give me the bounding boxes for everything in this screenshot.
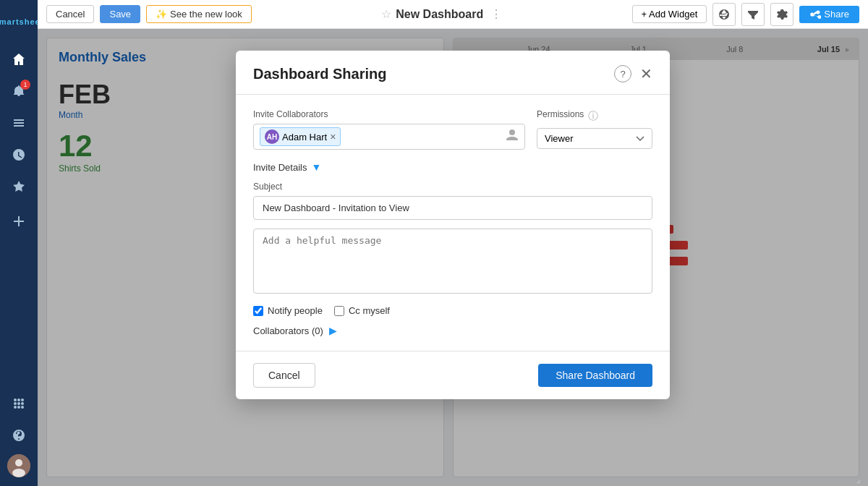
sidebar-item-apps[interactable] bbox=[6, 391, 32, 417]
svg-point-5 bbox=[14, 402, 17, 405]
modal-title: Dashboard Sharing bbox=[253, 66, 386, 82]
new-look-button[interactable]: ✨ See the new look bbox=[146, 5, 252, 23]
svg-point-9 bbox=[17, 406, 20, 409]
notify-people-label: Notify people bbox=[268, 305, 323, 316]
collaborators-expand-icon: ▶ bbox=[329, 325, 337, 336]
modal-footer: Cancel Share Dashboard bbox=[236, 351, 670, 399]
collaborators-count: Collaborators (0) bbox=[253, 325, 323, 336]
message-textarea[interactable] bbox=[253, 229, 652, 294]
save-button[interactable]: Save bbox=[100, 5, 140, 23]
app-logo: ss smartsheet bbox=[6, 9, 32, 35]
collaborator-tag: AH Adam Hart × bbox=[260, 127, 341, 146]
modal-cancel-button[interactable]: Cancel bbox=[253, 363, 315, 388]
cc-myself-checkbox[interactable]: Cc myself bbox=[334, 305, 390, 316]
sharing-modal: Dashboard Sharing ? ✕ Invite Collaborato… bbox=[236, 51, 670, 399]
svg-point-12 bbox=[15, 459, 22, 466]
chevron-down-icon: ▼ bbox=[311, 161, 321, 173]
svg-point-8 bbox=[14, 406, 17, 409]
sidebar-item-help[interactable] bbox=[6, 422, 32, 448]
permissions-label: Permissions bbox=[537, 109, 584, 119]
collaborator-name: Adam Hart bbox=[282, 132, 327, 142]
remove-collaborator-button[interactable]: × bbox=[330, 132, 336, 142]
add-person-icon[interactable] bbox=[506, 129, 519, 145]
notify-people-checkbox[interactable]: Notify people bbox=[253, 305, 323, 316]
invite-details-label: Invite Details bbox=[253, 162, 307, 173]
add-widget-button[interactable]: + Add Widget bbox=[632, 5, 707, 23]
sidebar-item-add[interactable] bbox=[6, 208, 32, 234]
main-content: Cancel Save ✨ See the new look ☆ New Das… bbox=[38, 0, 868, 486]
close-button[interactable]: ✕ bbox=[640, 65, 652, 82]
svg-point-6 bbox=[17, 402, 20, 405]
subject-label: Subject bbox=[253, 182, 652, 192]
sidebar-item-browse[interactable] bbox=[6, 110, 32, 136]
sidebar-item-notifications[interactable]: 1 bbox=[6, 78, 32, 104]
more-icon[interactable]: ⋮ bbox=[490, 7, 502, 21]
help-button[interactable]: ? bbox=[614, 65, 631, 82]
sidebar-item-recents[interactable] bbox=[6, 142, 32, 168]
svg-point-4 bbox=[21, 398, 24, 401]
permissions-info-icon[interactable]: ⓘ bbox=[588, 110, 598, 123]
invite-label: Invite Collaborators bbox=[253, 109, 525, 119]
cc-myself-label: Cc myself bbox=[349, 305, 390, 316]
topbar: Cancel Save ✨ See the new look ☆ New Das… bbox=[38, 0, 868, 29]
invite-details-toggle[interactable]: Invite Details ▼ bbox=[253, 161, 652, 173]
dashboard-title: New Dashboard bbox=[396, 8, 483, 21]
sidebar-item-home[interactable] bbox=[6, 46, 32, 72]
collaborators-input[interactable]: AH Adam Hart × bbox=[253, 124, 525, 150]
svg-point-13 bbox=[12, 469, 25, 477]
permissions-select[interactable]: Viewer Editor Admin bbox=[537, 128, 652, 149]
svg-point-3 bbox=[17, 398, 20, 401]
notification-badge: 1 bbox=[20, 80, 30, 90]
share-button[interactable]: Share bbox=[799, 6, 859, 23]
cc-myself-input[interactable] bbox=[334, 306, 344, 316]
checkbox-row: Notify people Cc myself bbox=[253, 305, 652, 316]
svg-point-2 bbox=[14, 398, 17, 401]
notify-people-input[interactable] bbox=[253, 306, 263, 316]
svg-point-10 bbox=[21, 406, 24, 409]
user-avatar[interactable] bbox=[7, 454, 30, 477]
filter-button[interactable] bbox=[741, 3, 765, 26]
modal-overlay: Dashboard Sharing ? ✕ Invite Collaborato… bbox=[38, 29, 868, 486]
cancel-button[interactable]: Cancel bbox=[46, 5, 94, 23]
collaborator-avatar: AH bbox=[265, 129, 279, 144]
subject-input[interactable] bbox=[253, 196, 652, 220]
star-icon[interactable]: ☆ bbox=[381, 7, 391, 21]
svg-point-7 bbox=[21, 402, 24, 405]
modal-header: Dashboard Sharing ? ✕ bbox=[236, 51, 670, 95]
collaborators-section[interactable]: Collaborators (0) ▶ bbox=[253, 325, 652, 336]
share-dashboard-button[interactable]: Share Dashboard bbox=[538, 364, 652, 387]
dashboard-area: Monthly Sales FEB Month 12 Shirts Sold J… bbox=[38, 29, 868, 486]
globe-button[interactable] bbox=[712, 3, 736, 26]
modal-body: Invite Collaborators AH Adam Hart × bbox=[236, 95, 670, 351]
sparkle-icon: ✨ bbox=[156, 9, 167, 20]
settings-button[interactable] bbox=[770, 3, 793, 26]
sidebar-item-favorites[interactable] bbox=[6, 174, 32, 200]
sidebar: ss smartsheet 1 bbox=[0, 0, 38, 486]
